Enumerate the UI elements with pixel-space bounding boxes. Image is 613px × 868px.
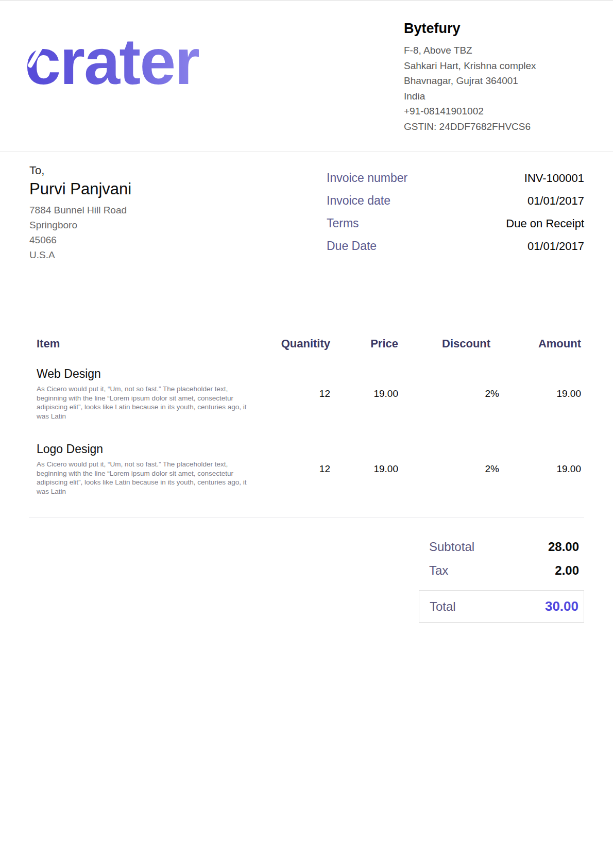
item-amount: 19.00 bbox=[499, 442, 584, 518]
company-address-line: Bhavnagar, Gujrat 364001 bbox=[404, 73, 584, 89]
column-header-item: Item bbox=[29, 337, 256, 367]
item-description: As Cicero would put it, “Um, not so fast… bbox=[37, 460, 250, 496]
customer-address-line: Springboro bbox=[29, 218, 131, 232]
item-quantity: 12 bbox=[256, 442, 330, 518]
due-date-value: 01/01/2017 bbox=[527, 239, 584, 254]
company-phone: +91-08141901002 bbox=[404, 104, 584, 119]
bill-to-block: To, Purvi Panjvani 7884 Bunnel Hill Road… bbox=[29, 164, 131, 262]
table-row: Web Design As Cicero would put it, “Um, … bbox=[29, 367, 584, 442]
invoice-header: crater Bytefury F-8, Above TBZ Sahkari H… bbox=[0, 1, 613, 152]
total-value: 30.00 bbox=[545, 598, 578, 614]
subtotal-row: Subtotal 28.00 bbox=[419, 539, 584, 555]
table-divider bbox=[29, 518, 584, 518]
billing-section: To, Purvi Panjvani 7884 Bunnel Hill Road… bbox=[0, 152, 613, 262]
logo-cut-decoration bbox=[218, 20, 236, 47]
customer-address-line: 7884 Bunnel Hill Road bbox=[29, 203, 131, 218]
company-gstin: GSTIN: 24DDF7682FHVCS6 bbox=[404, 119, 584, 135]
company-address-line: F-8, Above TBZ bbox=[404, 43, 584, 58]
items-header-row: Item Quanitity Price Discount Amount bbox=[29, 337, 584, 367]
crater-logo: crater bbox=[25, 28, 199, 96]
to-label: To, bbox=[29, 164, 131, 177]
item-price: 19.00 bbox=[330, 367, 398, 442]
company-address-line: Sahkari Hart, Krishna complex bbox=[404, 58, 584, 74]
item-name: Logo Design bbox=[37, 442, 256, 456]
item-amount: 19.00 bbox=[499, 367, 584, 442]
tax-value: 2.00 bbox=[555, 562, 579, 579]
customer-name: Purvi Panjvani bbox=[29, 180, 131, 198]
terms-row: Terms Due on Receipt bbox=[327, 215, 584, 231]
subtotal-value: 28.00 bbox=[548, 539, 579, 555]
company-address-line: India bbox=[404, 89, 584, 104]
item-name: Web Design bbox=[37, 367, 256, 381]
invoice-date-row: Invoice date 01/01/2017 bbox=[327, 193, 584, 209]
total-box: Total 30.00 bbox=[419, 590, 584, 623]
customer-address-line: U.S.A bbox=[29, 247, 131, 262]
column-header-discount: Discount bbox=[398, 337, 499, 367]
item-discount: 2% bbox=[398, 442, 499, 518]
column-header-price: Price bbox=[330, 337, 398, 367]
invoice-number-value: INV-100001 bbox=[524, 171, 584, 186]
item-description: As Cicero would put it, “Um, not so fast… bbox=[37, 385, 250, 421]
tax-row: Tax 2.00 bbox=[419, 562, 584, 579]
item-price: 19.00 bbox=[330, 442, 398, 518]
column-header-amount: Amount bbox=[499, 337, 584, 367]
company-info: Bytefury F-8, Above TBZ Sahkari Hart, Kr… bbox=[404, 21, 584, 134]
tax-label: Tax bbox=[429, 562, 448, 579]
subtotal-label: Subtotal bbox=[429, 539, 474, 555]
due-date-label: Due Date bbox=[327, 238, 377, 254]
invoice-date-label: Invoice date bbox=[327, 193, 390, 208]
company-name: Bytefury bbox=[404, 21, 584, 37]
terms-value: Due on Receipt bbox=[506, 216, 584, 231]
invoice-date-value: 01/01/2017 bbox=[527, 193, 584, 209]
totals-section: Subtotal 28.00 Tax 2.00 Total 30.00 bbox=[0, 539, 613, 623]
item-cell: Logo Design As Cicero would put it, “Um,… bbox=[29, 442, 256, 518]
invoice-document: crater Bytefury F-8, Above TBZ Sahkari H… bbox=[0, 0, 613, 868]
invoice-meta-block: Invoice number INV-100001 Invoice date 0… bbox=[327, 170, 584, 262]
total-label: Total bbox=[430, 599, 456, 614]
due-date-row: Due Date 01/01/2017 bbox=[327, 238, 584, 254]
table-row: Logo Design As Cicero would put it, “Um,… bbox=[29, 442, 584, 518]
customer-address-line: 45066 bbox=[29, 232, 131, 247]
column-header-quantity: Quanitity bbox=[256, 337, 330, 367]
item-cell: Web Design As Cicero would put it, “Um, … bbox=[29, 367, 256, 442]
item-discount: 2% bbox=[398, 367, 499, 442]
invoice-number-label: Invoice number bbox=[327, 170, 407, 186]
items-table: Item Quanitity Price Discount Amount Web… bbox=[29, 337, 584, 518]
terms-label: Terms bbox=[327, 215, 359, 231]
totals-block: Subtotal 28.00 Tax 2.00 Total 30.00 bbox=[419, 539, 584, 623]
invoice-number-row: Invoice number INV-100001 bbox=[327, 170, 584, 186]
item-quantity: 12 bbox=[256, 367, 330, 442]
